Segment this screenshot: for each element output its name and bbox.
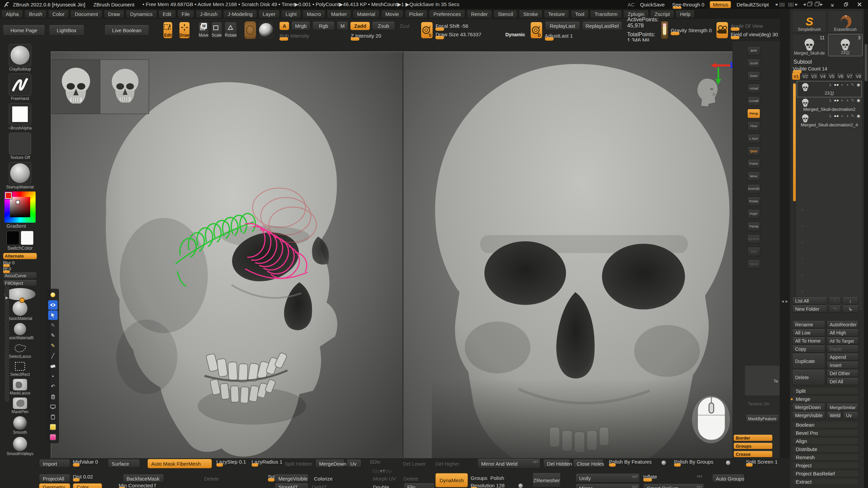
visibility-eye-icon[interactable]: ◉ [857,82,860,87]
menu-item[interactable]: Macro [302,10,326,18]
replay-last-button[interactable]: ReplayLast [545,22,580,30]
new-folder-button[interactable]: New Folder [792,305,827,313]
freehand-thumbnail[interactable] [9,74,31,96]
weld-button[interactable]: Weld [827,412,842,419]
polish-features-mode-toggle[interactable] [661,460,666,465]
left-tray-divider-icon[interactable]: ◄|||| [774,2,785,7]
tool-slot-merged-skull[interactable]: 11 Merged_Skull-de [792,34,827,56]
delete-bottom-button[interactable]: Delete [204,476,219,482]
home-page-button[interactable]: Home Page [3,25,45,36]
subtool-item[interactable]: ↴ ●● ◐ ◑ ✎ ◉ Merged_Skull-decimation2 [797,97,862,113]
material-slot[interactable]: StartupMaterial [6,162,34,189]
right-shelf-button[interactable]: L.Sym [747,134,760,143]
minimize-button[interactable] [827,1,837,7]
displacement-icon[interactable]: ◑ [846,114,848,118]
duplicate-button[interactable]: Duplicate [792,353,825,369]
live-boolean-button[interactable]: Live Boolean [104,25,150,36]
current-brush-thumbnail[interactable] [244,21,256,39]
menu-item[interactable]: File [177,10,194,18]
alpha-slot[interactable]: ~BrushAlpha [8,103,32,130]
claybuildup-thumbnail[interactable] [9,44,31,66]
replay-last-rel-button[interactable]: ReplayLastRel [582,22,622,30]
uv-bottom-button[interactable]: Uv [347,460,361,468]
brush-slot[interactable]: SelectRect [10,361,30,377]
cursor-icon[interactable] [48,310,58,320]
camera-icon[interactable] [716,22,728,39]
color-picker[interactable]: Gradient [4,191,36,229]
visibility-eye-icon[interactable]: ◉ [857,114,860,118]
dot-icon[interactable]: ● [48,371,58,381]
subtool-tab[interactable]: V7 [846,73,854,80]
menu-item[interactable]: J-Brush [196,10,222,18]
subtool-tab[interactable]: V4 [819,73,827,80]
brush-edit-icon[interactable]: ✎ [851,98,854,103]
paste-button[interactable]: Paste [827,345,859,353]
close-button[interactable] [854,1,865,7]
split-screen-bottom-slider[interactable]: Split Screen 1 [746,459,783,465]
menu-item[interactable]: Document [70,10,102,18]
split-section[interactable]: Split [792,387,859,394]
left-tray-divider[interactable]: ▶ [5,286,9,402]
polypaint-icon[interactable]: ●● [834,114,839,118]
lightbox-button[interactable]: LightBox [49,25,84,36]
brush-slot[interactable]: Smooth [13,416,27,435]
mirror-button[interactable]: Mirrorxyz [575,484,640,488]
del-all-button[interactable]: Del All [827,378,859,385]
m-toggle[interactable]: M [337,22,349,30]
sculpt-view[interactable] [51,52,733,458]
del-lower-button[interactable]: Del Lower [403,461,426,467]
brush-slot[interactable]: SelectLasso [9,342,31,359]
document-viewport[interactable] [51,52,732,458]
mirror-and-weld-button[interactable]: Mirror And Weldxyz [477,459,540,468]
uv-map-icon[interactable]: ◐ [841,82,844,87]
accucurve-button[interactable]: AccuCurve [3,272,37,279]
del-hidden-button[interactable]: Del Hidden [543,460,570,468]
menu-item[interactable]: Texture [544,10,569,18]
draw-button[interactable]: Draw [179,22,190,39]
split-hidden-button[interactable]: Split Hidden [285,461,312,467]
brush-slot[interactable]: ClayBuildup [9,44,31,72]
stroke-icon[interactable]: S [421,22,433,39]
surface-button[interactable]: Surface [108,460,140,468]
adjust-last-slider[interactable]: AdjustLast 1 [545,33,622,39]
brush-edit-icon[interactable]: ✎ [851,114,854,118]
mergevisible[interactable]: MergeVisible [275,474,309,483]
bulb-icon[interactable] [48,290,58,300]
all-high-button[interactable]: All High [827,329,859,337]
visible-count-slider[interactable]: Visible Count 14 [793,66,859,72]
merge-section[interactable]: Merge [792,395,859,402]
eraserbrush-slot[interactable]: EraserBrush [828,10,863,33]
alpha-a-toggle[interactable]: A [279,22,289,30]
fillobject-button[interactable]: FillObject [3,280,37,286]
zremesher-button[interactable]: ZRemesher [532,473,561,487]
del-higher-button[interactable]: Del Higher [435,461,459,467]
align-section[interactable]: Align [792,438,859,444]
mergedown-button[interactable]: MergeDown [792,404,825,411]
pink-swatch-icon[interactable] [48,432,58,442]
uv-map-icon[interactable]: ◐ [841,114,844,118]
brushalpha-thumbnail[interactable] [9,103,31,125]
projectall-button[interactable]: ProjectAll [39,474,70,483]
autoreorder-button[interactable]: AutoReorder [827,321,859,328]
right-tray-divider-icon[interactable]: ||||► [788,2,799,7]
startup-material-thumbnail[interactable] [9,162,31,184]
tool-slot-23-selected[interactable]: 3 23강 [828,34,863,56]
close-holes-button[interactable]: Close Holes [573,460,604,468]
polish-by-features-slider[interactable]: Polish By Features [609,459,659,465]
distribute-section[interactable]: Distribute [792,446,859,452]
mask-by-feature-button[interactable]: MaskByFeature [745,415,779,423]
undo-icon[interactable]: ↶ [48,382,58,391]
scale-button[interactable]: SScale [211,22,222,39]
delete2-button[interactable]: Delete [403,476,418,482]
quicksave-button[interactable]: QuickSave [638,2,667,7]
colorize-button[interactable]: Colorize [310,474,346,483]
menu-item[interactable]: Material [353,10,379,18]
right-shelf-button[interactable]: Floor [747,121,760,131]
append-button[interactable]: Append [827,353,859,361]
menu-item[interactable]: Picker [405,10,428,18]
texture-on-toggle[interactable]: Texture On [748,401,770,406]
lazyradius-slider[interactable]: LazyRadius 1 [252,459,282,465]
project-section[interactable]: Project [792,462,859,469]
move-up-button[interactable]: ↑ [829,297,841,305]
line-icon[interactable]: ╱ [48,351,58,361]
